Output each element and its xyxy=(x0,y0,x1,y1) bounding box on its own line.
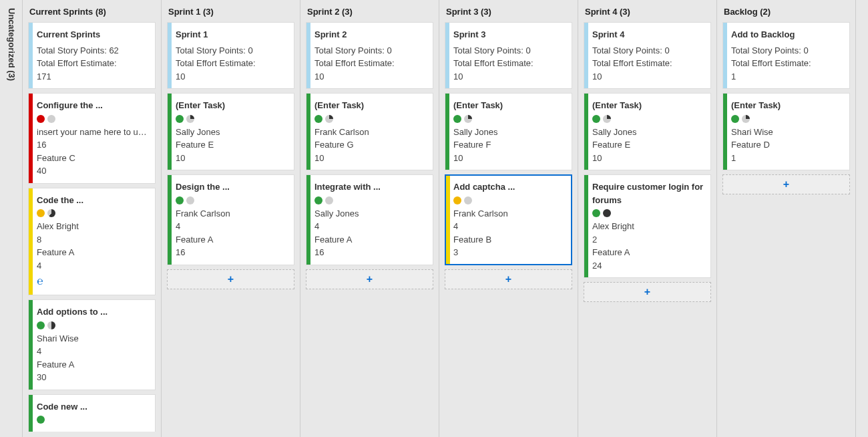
task-assignee: Alex Bright xyxy=(592,220,705,233)
column-body: Add to BacklogTotal Story Points: 0Total… xyxy=(717,22,855,432)
summary-card[interactable]: Sprint 4Total Story Points: 0Total Effor… xyxy=(584,22,711,89)
add-card-button[interactable]: + xyxy=(722,174,850,194)
task-points: 2 xyxy=(592,233,705,247)
column-header[interactable]: Sprint 4 (3) xyxy=(578,0,716,22)
column-backlog: Backlog (2)Add to BacklogTotal Story Poi… xyxy=(717,0,856,437)
column-header[interactable]: Sprint 2 (3) xyxy=(300,0,439,22)
task-card[interactable]: Design the ...Frank Carlson4Feature A16 xyxy=(167,174,294,265)
summary-line: 171 xyxy=(37,70,150,84)
column-header[interactable]: Backlog (2) xyxy=(717,0,855,22)
summary-title: Add to Backlog xyxy=(731,28,844,41)
status-dots xyxy=(37,416,150,424)
task-assignee: Alex Bright xyxy=(37,220,150,233)
task-feature: 1 xyxy=(731,152,844,165)
task-points: Feature E xyxy=(176,138,288,152)
column-body: Sprint 3Total Story Points: 0Total Effor… xyxy=(439,22,578,432)
task-title: Configure the ... xyxy=(37,99,150,112)
summary-title: Sprint 3 xyxy=(453,28,566,41)
progress-pie-icon xyxy=(47,321,55,329)
status-dot-icon xyxy=(37,209,45,217)
status-dots xyxy=(592,115,705,123)
task-card[interactable]: Integrate with ...Sally Jones4Feature A1… xyxy=(306,174,433,265)
summary-line: Total Story Points: 0 xyxy=(731,44,844,57)
add-card-button[interactable]: + xyxy=(167,269,294,289)
status-dot-icon xyxy=(731,115,739,123)
task-card[interactable]: (Enter Task)Frank CarlsonFeature G10 xyxy=(306,93,433,170)
task-title: Integrate with ... xyxy=(314,180,427,194)
status-dots xyxy=(731,115,844,123)
summary-line: Total Story Points: 0 xyxy=(314,44,427,57)
add-card-button[interactable]: + xyxy=(445,269,572,289)
progress-pie-icon xyxy=(325,196,333,204)
task-feature: Feature B xyxy=(453,233,566,247)
summary-line: 10 xyxy=(592,70,705,84)
task-card[interactable]: Code the ...Alex Bright8Feature A4℮ xyxy=(28,188,156,296)
status-dot-icon xyxy=(176,196,184,204)
task-card[interactable]: (Enter Task)Sally JonesFeature F10 xyxy=(445,93,572,170)
column-sprint4: Sprint 4 (3)Sprint 4Total Story Points: … xyxy=(578,0,717,437)
collapsed-column-label: Uncategorized (3) xyxy=(6,8,16,81)
task-effort: 3 xyxy=(453,246,566,259)
task-assignee: Frank Carlson xyxy=(314,126,427,139)
column-header[interactable]: Sprint 1 (3) xyxy=(162,0,300,22)
task-title: Design the ... xyxy=(176,180,288,194)
progress-pie-icon xyxy=(186,115,194,123)
summary-line: Total Story Points: 0 xyxy=(592,44,705,57)
add-card-button[interactable]: + xyxy=(306,269,433,289)
task-assignee: Sally Jones xyxy=(314,207,427,221)
task-points: 4 xyxy=(314,220,427,233)
column-header[interactable]: Current Sprints (8) xyxy=(23,0,161,22)
task-title: (Enter Task) xyxy=(453,99,566,112)
task-title: Add captcha ... xyxy=(453,180,566,194)
summary-line: Total Effort Estimate: xyxy=(731,57,844,70)
progress-pie-icon xyxy=(47,209,55,217)
task-effort: 24 xyxy=(592,259,705,273)
task-assignee: Frank Carlson xyxy=(176,207,288,221)
task-title: (Enter Task) xyxy=(314,99,427,112)
add-card-button[interactable]: + xyxy=(584,282,711,302)
status-dots xyxy=(176,115,288,123)
task-title: (Enter Task) xyxy=(176,99,288,112)
task-card[interactable]: Require customer login for forumsAlex Br… xyxy=(584,174,711,278)
status-dots xyxy=(314,196,427,204)
task-feature: 10 xyxy=(314,152,427,165)
column-header[interactable]: Sprint 3 (3) xyxy=(439,0,578,22)
task-feature: 10 xyxy=(176,152,288,165)
task-assignee: Frank Carlson xyxy=(453,207,566,221)
task-effort: 16 xyxy=(176,246,288,259)
summary-card[interactable]: Sprint 2Total Story Points: 0Total Effor… xyxy=(306,22,433,89)
task-points: Feature G xyxy=(314,138,427,152)
column-current: Current Sprints (8)Current SprintsTotal … xyxy=(23,0,162,437)
task-card[interactable]: (Enter Task)Shari WiseFeature D1 xyxy=(722,93,850,170)
task-points: Feature F xyxy=(453,138,566,152)
summary-line: Total Story Points: 62 xyxy=(37,44,150,57)
task-title: Require customer login for forums xyxy=(592,180,705,206)
task-title: Code new ... xyxy=(37,400,150,414)
task-feature: Feature A xyxy=(37,358,150,372)
progress-pie-icon xyxy=(603,115,611,123)
column-sprint3: Sprint 3 (3)Sprint 3Total Story Points: … xyxy=(439,0,578,437)
summary-card[interactable]: Add to BacklogTotal Story Points: 0Total… xyxy=(722,22,850,89)
task-card[interactable]: (Enter Task)Sally JonesFeature E10 xyxy=(167,93,294,170)
task-card[interactable]: Add options to ...Shari Wise4Feature A30 xyxy=(28,299,156,390)
summary-line: 10 xyxy=(453,70,566,84)
collapsed-column-uncategorized[interactable]: Uncategorized (3) xyxy=(0,0,23,437)
summary-card[interactable]: Current SprintsTotal Story Points: 62Tot… xyxy=(28,22,156,89)
summary-card[interactable]: Sprint 1Total Story Points: 0Total Effor… xyxy=(167,22,294,89)
summary-card[interactable]: Sprint 3Total Story Points: 0Total Effor… xyxy=(445,22,572,89)
task-title: (Enter Task) xyxy=(592,99,705,112)
task-assignee: Sally Jones xyxy=(592,126,705,139)
status-dots xyxy=(37,115,150,123)
task-card[interactable]: Code new ... xyxy=(28,394,156,432)
column-body: Sprint 2Total Story Points: 0Total Effor… xyxy=(300,22,439,432)
task-card[interactable]: Add captcha ...Frank Carlson4Feature B3 xyxy=(445,174,572,265)
task-feature: 10 xyxy=(453,152,566,165)
column-body: Sprint 4Total Story Points: 0Total Effor… xyxy=(578,22,716,432)
progress-pie-icon xyxy=(603,209,611,217)
task-points: 8 xyxy=(37,233,150,247)
progress-pie-icon xyxy=(325,115,333,123)
column-sprint1: Sprint 1 (3)Sprint 1Total Story Points: … xyxy=(162,0,300,437)
status-dot-icon xyxy=(453,196,461,204)
task-card[interactable]: Configure the ...insert your name here t… xyxy=(28,93,156,184)
task-card[interactable]: (Enter Task)Sally JonesFeature E10 xyxy=(584,93,711,170)
